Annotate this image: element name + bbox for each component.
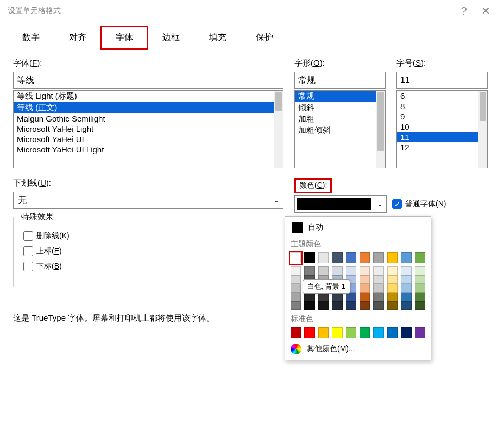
normal-font-checkbox[interactable]: ✓ [392, 199, 402, 209]
theme-swatch[interactable] [360, 252, 370, 263]
style-item[interactable]: 倾斜 [295, 102, 385, 113]
tint-swatch[interactable] [291, 266, 301, 275]
size-input[interactable] [396, 72, 488, 89]
theme-swatch[interactable] [401, 252, 411, 263]
size-item[interactable]: 6 [397, 91, 487, 101]
close-button[interactable]: ✕ [475, 4, 496, 17]
tint-swatch[interactable] [373, 293, 383, 301]
tint-swatch[interactable] [291, 275, 301, 284]
tint-swatch[interactable] [415, 266, 425, 275]
tint-swatch[interactable] [415, 284, 425, 293]
tint-swatch[interactable] [291, 293, 301, 301]
font-listbox[interactable]: 等线 Light (标题) 等线 (正文) Malgun Gothic Semi… [13, 90, 284, 168]
theme-swatch[interactable] [387, 252, 398, 263]
tint-swatch[interactable] [360, 284, 370, 293]
size-item[interactable]: 9 [397, 111, 487, 122]
theme-swatch[interactable] [415, 252, 425, 263]
style-listbox[interactable]: 常规 倾斜 加粗 加粗倾斜 [294, 90, 386, 168]
tint-swatch[interactable] [304, 266, 314, 275]
scrollbar[interactable] [274, 91, 283, 168]
scrollbar[interactable] [478, 91, 487, 168]
font-item[interactable]: Microsoft YaHei UI Light [14, 144, 283, 155]
standard-swatch[interactable] [291, 327, 301, 338]
tint-swatch[interactable] [360, 301, 370, 310]
theme-swatch[interactable] [318, 252, 329, 263]
size-item[interactable]: 8 [397, 101, 487, 111]
chevron-down-icon[interactable]: ⌄ [373, 200, 386, 208]
tint-swatch[interactable] [401, 275, 411, 284]
tint-swatch[interactable] [401, 266, 411, 275]
tab-border[interactable]: 边框 [148, 26, 194, 49]
tint-swatch[interactable] [373, 266, 383, 275]
style-item[interactable]: 加粗倾斜 [295, 125, 385, 136]
size-item[interactable]: 10 [397, 122, 487, 132]
strike-checkbox[interactable] [23, 231, 33, 241]
font-item[interactable]: 等线 (正文) [14, 102, 283, 113]
tint-swatch[interactable] [401, 301, 411, 310]
chevron-down-icon[interactable]: ⌄ [270, 196, 283, 204]
tint-swatch[interactable] [304, 293, 314, 301]
tint-swatch[interactable] [387, 284, 398, 293]
standard-swatch[interactable] [360, 327, 370, 338]
tint-swatch[interactable] [401, 293, 411, 301]
font-item[interactable]: 等线 Light (标题) [14, 91, 283, 102]
tint-swatch[interactable] [387, 266, 398, 275]
size-listbox[interactable]: 6 8 9 10 11 12 [396, 90, 488, 168]
size-item[interactable]: 12 [397, 142, 487, 152]
tint-swatch[interactable] [332, 301, 342, 310]
tint-swatch[interactable] [387, 275, 398, 284]
tint-swatch[interactable] [415, 293, 425, 301]
tab-protect[interactable]: 保护 [241, 26, 288, 49]
theme-swatch[interactable] [346, 252, 356, 263]
style-input[interactable] [294, 72, 386, 89]
tint-swatch[interactable] [291, 301, 301, 310]
tint-swatch[interactable] [346, 266, 356, 275]
font-input[interactable] [13, 72, 284, 89]
standard-swatch[interactable] [318, 327, 329, 338]
font-item[interactable]: Microsoft YaHei UI [14, 134, 283, 144]
scroll-thumb[interactable] [377, 92, 384, 151]
tint-swatch[interactable] [318, 266, 329, 275]
tint-swatch[interactable] [373, 301, 383, 310]
theme-swatch[interactable] [304, 252, 314, 263]
color-dropdown[interactable]: ⌄ [294, 195, 387, 213]
size-item[interactable]: 11 [397, 132, 487, 142]
tint-swatch[interactable] [291, 284, 301, 293]
standard-swatch[interactable] [401, 327, 411, 338]
tint-swatch[interactable] [415, 301, 425, 310]
color-auto-option[interactable]: 自动 [291, 220, 425, 235]
tint-swatch[interactable] [346, 293, 356, 301]
more-colors-button[interactable]: 其他颜色(M)... [291, 344, 425, 354]
standard-swatch[interactable] [332, 327, 342, 338]
standard-swatch[interactable] [415, 327, 425, 338]
tint-swatch[interactable] [346, 301, 356, 310]
standard-swatch[interactable] [304, 327, 314, 338]
tab-fill[interactable]: 填充 [194, 26, 241, 49]
tint-swatch[interactable] [401, 284, 411, 293]
subscript-checkbox[interactable] [23, 262, 33, 271]
theme-swatch[interactable] [332, 252, 342, 263]
tint-swatch[interactable] [360, 275, 370, 284]
tint-swatch[interactable] [318, 293, 329, 301]
theme-swatch[interactable] [373, 252, 383, 263]
standard-swatch[interactable] [346, 327, 356, 338]
theme-swatch[interactable] [291, 252, 301, 263]
font-item[interactable]: Malgun Gothic Semilight [14, 113, 283, 124]
scroll-thumb[interactable] [480, 92, 486, 121]
style-item[interactable]: 常规 [295, 91, 385, 102]
font-item[interactable]: Microsoft YaHei Light [14, 124, 283, 134]
tint-swatch[interactable] [387, 293, 398, 301]
scroll-thumb[interactable] [275, 92, 282, 111]
tab-number[interactable]: 数字 [8, 26, 54, 49]
tint-swatch[interactable] [304, 301, 314, 310]
tint-swatch[interactable] [360, 293, 370, 301]
style-item[interactable]: 加粗 [295, 113, 385, 125]
tint-swatch[interactable] [373, 284, 383, 293]
tab-align[interactable]: 对齐 [54, 26, 101, 49]
underline-dropdown[interactable]: 无 ⌄ [13, 192, 284, 209]
tint-swatch[interactable] [415, 275, 425, 284]
tint-swatch[interactable] [332, 293, 342, 301]
tint-swatch[interactable] [360, 266, 370, 275]
standard-swatch[interactable] [387, 327, 398, 338]
scrollbar[interactable] [376, 91, 385, 168]
